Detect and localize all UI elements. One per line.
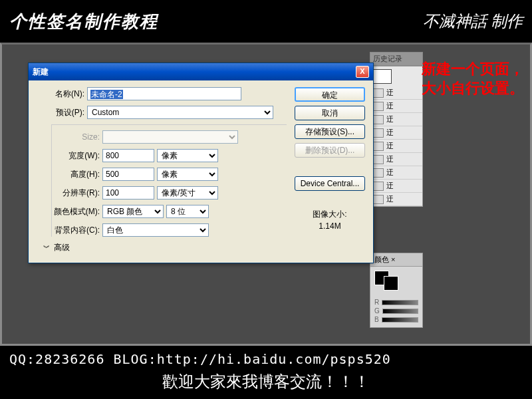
history-step-icon bbox=[373, 102, 384, 111]
advanced-toggle[interactable]: ︾ 高级 bbox=[37, 242, 287, 253]
history-step-icon bbox=[373, 155, 384, 164]
history-step-icon bbox=[373, 115, 384, 124]
top-banner: 个性签名制作教程 不滅神話 制作 bbox=[0, 0, 532, 43]
device-central-button[interactable]: Device Central... bbox=[295, 176, 365, 191]
history-tab[interactable]: 历史记录 bbox=[370, 52, 423, 66]
dialog-title: 新建 bbox=[33, 66, 49, 78]
size-label: Size: bbox=[52, 132, 100, 142]
color-swatches bbox=[370, 267, 422, 295]
new-document-dialog: 新建 X 名称(N): 未命名-2 预设(P): Custom Size: 宽度… bbox=[28, 63, 374, 263]
cancel-button[interactable]: 取消 bbox=[295, 106, 365, 120]
bottom-banner: QQ:28236266 BLOG:http://hi.baidu.com/psp… bbox=[0, 346, 532, 399]
g-label: G bbox=[374, 307, 380, 315]
r-label: R bbox=[374, 299, 379, 306]
resolution-input[interactable] bbox=[102, 186, 154, 200]
b-slider[interactable] bbox=[382, 317, 418, 323]
height-input[interactable] bbox=[102, 168, 154, 181]
history-item[interactable]: 迂 bbox=[370, 86, 422, 100]
history-step-icon bbox=[373, 195, 384, 204]
tutorial-annotation: 新建一个页面，大小自行设置。 bbox=[422, 60, 525, 98]
history-item[interactable]: 迂 bbox=[370, 113, 422, 126]
history-item[interactable]: 迂 bbox=[370, 100, 422, 113]
preset-label: 预设(P): bbox=[37, 107, 84, 118]
bgcontent-label: 背景内容(C): bbox=[52, 225, 100, 236]
color-panel[interactable]: 颜色 × R G B bbox=[370, 253, 423, 328]
delete-preset-button: 删除预设(D)... bbox=[295, 143, 365, 158]
height-unit-select[interactable]: 像素 bbox=[157, 168, 218, 181]
b-label: B bbox=[374, 316, 379, 323]
history-step-icon bbox=[373, 128, 384, 138]
history-thumbnail[interactable] bbox=[373, 69, 392, 84]
history-item[interactable]: 迂 bbox=[370, 126, 422, 140]
colormode-label: 颜色模式(M): bbox=[52, 206, 100, 217]
dialog-titlebar[interactable]: 新建 X bbox=[29, 63, 373, 80]
bitdepth-select[interactable]: 8 位 bbox=[166, 205, 209, 218]
history-item[interactable]: 迂 bbox=[370, 180, 422, 193]
color-tab[interactable]: 颜色 × bbox=[370, 253, 422, 267]
history-item[interactable]: 迂 bbox=[370, 166, 422, 180]
preset-select[interactable]: Custom bbox=[87, 106, 273, 119]
history-item[interactable]: 迂 bbox=[370, 193, 422, 206]
welcome-message: 歡迎大家來我博客交流！！！ bbox=[9, 371, 523, 392]
contact-info: QQ:28236266 BLOG:http://hi.baidu.com/psp… bbox=[9, 351, 523, 367]
r-slider[interactable] bbox=[382, 300, 418, 305]
history-step-icon bbox=[373, 182, 384, 191]
name-label: 名称(N): bbox=[37, 88, 84, 100]
ok-button[interactable]: 确定 bbox=[295, 87, 365, 102]
resolution-label: 分辨率(R): bbox=[52, 188, 100, 199]
width-unit-select[interactable]: 像素 bbox=[157, 149, 218, 162]
background-swatch[interactable] bbox=[384, 276, 398, 291]
history-panel[interactable]: 历史记录 迂 迂 迂 迂 迂 迂 迂 迂 迂 bbox=[370, 52, 423, 207]
history-step-icon bbox=[373, 168, 384, 178]
height-label: 高度(H): bbox=[52, 169, 100, 180]
save-preset-button[interactable]: 存储预设(S)... bbox=[295, 124, 365, 139]
author-logo: 不滅神話 制作 bbox=[423, 11, 523, 32]
history-step-icon bbox=[373, 142, 384, 151]
g-slider[interactable] bbox=[382, 309, 418, 314]
width-input[interactable] bbox=[102, 149, 154, 162]
resolution-unit-select[interactable]: 像素/英寸 bbox=[157, 186, 218, 200]
colormode-select[interactable]: RGB 颜色 bbox=[102, 205, 164, 218]
close-button[interactable]: X bbox=[356, 66, 369, 78]
color-sliders: R G B bbox=[370, 295, 422, 327]
history-step-icon bbox=[373, 88, 384, 98]
size-select bbox=[102, 130, 238, 144]
chevron-down-icon: ︾ bbox=[43, 243, 50, 253]
history-item[interactable]: 迂 bbox=[370, 153, 422, 166]
width-label: 宽度(W): bbox=[52, 150, 100, 162]
bgcontent-select[interactable]: 白色 bbox=[102, 223, 209, 237]
history-list: 迂 迂 迂 迂 迂 迂 迂 迂 迂 bbox=[370, 66, 423, 207]
image-size-info: 图像大小: 1.14M bbox=[295, 208, 365, 232]
tutorial-title: 个性签名制作教程 bbox=[9, 10, 158, 33]
name-input[interactable]: 未命名-2 bbox=[87, 87, 241, 100]
history-item[interactable]: 迂 bbox=[370, 140, 422, 153]
